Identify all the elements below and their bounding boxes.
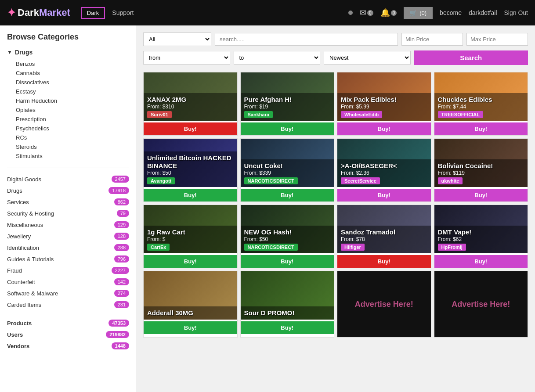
sidebar-drug-item[interactable]: Cannabis bbox=[16, 68, 129, 78]
support-link[interactable]: Support bbox=[112, 9, 134, 16]
signout-link[interactable]: Sign Out bbox=[504, 9, 528, 16]
advertise-text: Advertise Here! bbox=[452, 300, 510, 309]
notifications-icon-wrap[interactable]: 🔔 0 bbox=[380, 8, 397, 18]
stat-name: Products bbox=[7, 320, 32, 327]
sidebar-drug-item[interactable]: RCs bbox=[16, 133, 129, 142]
sidebar-category-item[interactable]: Digital Goods2457 bbox=[7, 173, 129, 185]
sidebar-drugs-section[interactable]: ▼ Drugs bbox=[7, 49, 129, 56]
sidebar-drug-item[interactable]: Benzos bbox=[16, 59, 129, 68]
stat-badge: 47353 bbox=[108, 320, 129, 327]
buy-button[interactable]: Buy! bbox=[434, 255, 528, 268]
buy-button[interactable]: Buy! bbox=[337, 122, 431, 135]
sidebar-drug-item[interactable]: Opiates bbox=[16, 105, 129, 115]
sidebar-category-item[interactable]: Services862 bbox=[7, 196, 129, 208]
drugs-arrow-icon: ▼ bbox=[7, 49, 12, 55]
buy-button[interactable]: Buy! bbox=[144, 321, 237, 334]
buy-button[interactable]: Buy! bbox=[144, 255, 237, 268]
sidebar-category-item[interactable]: Identification288 bbox=[7, 242, 129, 253]
buy-button[interactable]: Buy! bbox=[337, 189, 431, 201]
category-badge: 862 bbox=[114, 198, 129, 205]
buy-button[interactable]: Buy! bbox=[337, 255, 431, 268]
sidebar-category-list: Digital Goods2457Drugs17918Services862Se… bbox=[7, 173, 129, 310]
product-overlay: XANAX 2MG From: $310 Suriv01 bbox=[144, 93, 237, 121]
category-name: Security & Hosting bbox=[7, 210, 54, 217]
sidebar-category-item[interactable]: Jewellery128 bbox=[7, 230, 129, 242]
logo-market: Market bbox=[39, 7, 70, 18]
buy-button[interactable]: Buy! bbox=[434, 189, 528, 201]
sidebar-category-item[interactable]: Carded Items231 bbox=[7, 299, 129, 310]
become-link[interactable]: become bbox=[440, 9, 462, 16]
vendor-badge: HpFromIj bbox=[438, 244, 466, 251]
max-price-input[interactable] bbox=[466, 33, 528, 46]
buy-button[interactable]: Buy! bbox=[144, 189, 237, 201]
category-select[interactable]: AllDrugsDigital GoodsServicesSecurity & … bbox=[143, 32, 211, 46]
sidebar-drug-item[interactable]: Dissociatives bbox=[16, 78, 129, 87]
vendor-badge: CartEx bbox=[147, 244, 170, 251]
min-price-input[interactable] bbox=[401, 33, 463, 46]
buy-button[interactable]: Buy! bbox=[241, 189, 334, 201]
sort-select[interactable]: Newest bbox=[324, 51, 411, 65]
cart-button[interactable]: 🛒 (0) bbox=[404, 7, 433, 19]
product-overlay: NEW OG Hash! From: $50 NARCOTICSDIRECT bbox=[241, 226, 334, 253]
sidebar-drug-item[interactable]: Prescription bbox=[16, 115, 129, 124]
messages-icon-wrap[interactable]: ✉ 0 bbox=[360, 8, 373, 18]
product-card: Adderall 30MG Buy! bbox=[143, 271, 238, 338]
sidebar-drug-item[interactable]: Psychedelics bbox=[16, 124, 129, 133]
sidebar-drug-item[interactable]: Steroids bbox=[16, 142, 129, 151]
sidebar-drug-item[interactable]: Harm Reduction bbox=[16, 96, 129, 105]
from-select[interactable]: from bbox=[143, 51, 230, 65]
sidebar-category-item[interactable]: Software & Malware274 bbox=[7, 288, 129, 299]
product-from: From: $2.36 bbox=[341, 170, 427, 176]
sidebar-category-item[interactable]: Miscellaneous129 bbox=[7, 219, 129, 230]
sidebar-drug-item[interactable]: Ecstasy bbox=[16, 87, 129, 96]
category-name: Software & Malware bbox=[7, 290, 58, 297]
category-badge: 231 bbox=[114, 301, 129, 308]
product-image: Sandoz Tramadol From: $78 Hilfiger bbox=[337, 205, 431, 253]
product-card: Sour D PROMO! Buy! bbox=[240, 271, 335, 338]
vendor-badge: TREESOFFICIAL bbox=[438, 111, 483, 118]
product-image: DMT Vape! From: $62 HpFromIj bbox=[434, 205, 528, 253]
search-button[interactable]: Search bbox=[414, 50, 528, 65]
product-title: Unlimited Bitcoin HACKED BINANCE bbox=[147, 154, 234, 170]
sidebar-category-item[interactable]: Counterfeit142 bbox=[7, 276, 129, 288]
sidebar-category-item[interactable]: Guides & Tutorials796 bbox=[7, 253, 129, 265]
product-title: XANAX 2MG bbox=[147, 96, 234, 104]
logo-dark: Dark bbox=[18, 7, 39, 18]
sidebar-drug-list: BenzosCannabisDissociativesEcstasyHarm R… bbox=[7, 59, 129, 161]
product-grid: XANAX 2MG From: $310 Suriv01 Buy! Pure A… bbox=[143, 72, 528, 338]
buy-button[interactable]: Buy! bbox=[241, 122, 334, 135]
sidebar-drugs-label: Drugs bbox=[15, 49, 33, 56]
sidebar-stat-item[interactable]: Products47353 bbox=[7, 317, 129, 329]
category-name: Guides & Tutorials bbox=[7, 256, 54, 263]
product-overlay: Uncut Coke! From: $339 NARCOTICSDIRECT bbox=[241, 159, 334, 187]
sidebar-stat-item[interactable]: Vendors1448 bbox=[7, 340, 129, 352]
buy-button[interactable]: Buy! bbox=[144, 122, 237, 135]
sidebar-stat-item[interactable]: Users219882 bbox=[7, 329, 129, 340]
sidebar-category-item[interactable]: Security & Hosting79 bbox=[7, 208, 129, 219]
sidebar-drug-item[interactable]: Stimulants bbox=[16, 151, 129, 161]
sidebar-category-item[interactable]: Drugs17918 bbox=[7, 185, 129, 196]
logo[interactable]: ✦ DarkMarket bbox=[7, 7, 70, 19]
product-from: From: $50 bbox=[244, 236, 331, 242]
product-image: NEW OG Hash! From: $50 NARCOTICSDIRECT bbox=[241, 205, 334, 253]
product-from: From: $78 bbox=[341, 236, 427, 242]
product-overlay: Pure Afghan H! From: $19 Sankhara bbox=[241, 93, 334, 121]
stat-badge: 1448 bbox=[112, 342, 129, 349]
buy-button[interactable]: Buy! bbox=[434, 122, 528, 135]
category-badge: 17918 bbox=[108, 187, 129, 194]
vendor-badge: SecretService bbox=[341, 177, 380, 184]
to-select[interactable]: to bbox=[234, 51, 321, 65]
search-input[interactable] bbox=[215, 33, 398, 46]
product-card: Uncut Coke! From: $339 NARCOTICSDIRECT B… bbox=[240, 138, 335, 202]
dark-mode-button[interactable]: Dark bbox=[81, 7, 105, 19]
sidebar-category-item[interactable]: Fraud2227 bbox=[7, 265, 129, 276]
content-area: AllDrugsDigital GoodsServicesSecurity & … bbox=[136, 25, 535, 392]
cart-count: (0) bbox=[419, 10, 427, 16]
category-badge: 142 bbox=[114, 278, 129, 285]
buy-button[interactable]: Buy! bbox=[241, 255, 334, 268]
product-image: Mix Pack Edibles! From: $5.99 WholesaleE… bbox=[337, 72, 431, 121]
category-name: Carded Items bbox=[7, 302, 41, 308]
product-from: From: $5.99 bbox=[341, 104, 427, 110]
darkdotfail-link[interactable]: darkdotfail bbox=[469, 9, 497, 16]
buy-button[interactable]: Buy! bbox=[241, 321, 334, 334]
